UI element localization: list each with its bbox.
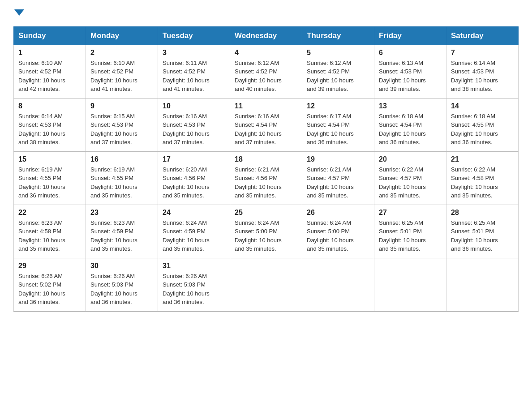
day-info: Sunrise: 6:22 AMSunset: 4:58 PMDaylight:… (451, 165, 514, 200)
calendar-cell: 20 Sunrise: 6:22 AMSunset: 4:57 PMDaylig… (374, 151, 446, 205)
day-number: 16 (90, 155, 153, 163)
calendar-cell: 12 Sunrise: 6:17 AMSunset: 4:54 PMDaylig… (302, 98, 374, 151)
calendar-cell: 8 Sunrise: 6:14 AMSunset: 4:53 PMDayligh… (14, 98, 86, 151)
calendar-cell: 7 Sunrise: 6:14 AMSunset: 4:53 PMDayligh… (446, 45, 519, 98)
day-number: 25 (235, 209, 297, 217)
day-number: 23 (90, 209, 153, 217)
calendar-cell: 31 Sunrise: 6:26 AMSunset: 5:03 PMDaylig… (158, 258, 230, 311)
day-number: 30 (90, 262, 153, 270)
calendar-cell: 26 Sunrise: 6:24 AMSunset: 5:00 PMDaylig… (302, 205, 374, 258)
day-number: 14 (451, 102, 514, 110)
day-info: Sunrise: 6:13 AMSunset: 4:53 PMDaylight:… (379, 59, 442, 94)
day-info: Sunrise: 6:14 AMSunset: 4:53 PMDaylight:… (451, 59, 514, 94)
calendar-cell (302, 258, 374, 311)
day-info: Sunrise: 6:19 AMSunset: 4:55 PMDaylight:… (18, 165, 81, 200)
day-number: 21 (451, 155, 514, 163)
weekday-header-sunday: Sunday (14, 26, 86, 45)
logo (13, 9, 24, 17)
day-number: 17 (163, 155, 225, 163)
calendar-cell: 23 Sunrise: 6:23 AMSunset: 4:59 PMDaylig… (86, 205, 158, 258)
calendar-cell: 5 Sunrise: 6:12 AMSunset: 4:52 PMDayligh… (302, 45, 374, 98)
calendar-week-3: 15 Sunrise: 6:19 AMSunset: 4:55 PMDaylig… (14, 151, 519, 205)
day-info: Sunrise: 6:24 AMSunset: 5:00 PMDaylight:… (235, 218, 297, 253)
calendar-cell: 3 Sunrise: 6:11 AMSunset: 4:52 PMDayligh… (158, 45, 230, 98)
weekday-header-row: SundayMondayTuesdayWednesdayThursdayFrid… (14, 26, 519, 45)
day-info: Sunrise: 6:12 AMSunset: 4:52 PMDaylight:… (307, 59, 369, 94)
day-info: Sunrise: 6:23 AMSunset: 4:59 PMDaylight:… (90, 218, 153, 253)
calendar-week-1: 1 Sunrise: 6:10 AMSunset: 4:52 PMDayligh… (14, 45, 519, 98)
day-number: 15 (18, 155, 81, 163)
day-number: 24 (163, 209, 225, 217)
day-number: 13 (379, 102, 442, 110)
day-info: Sunrise: 6:24 AMSunset: 5:00 PMDaylight:… (307, 218, 369, 253)
day-info: Sunrise: 6:26 AMSunset: 5:03 PMDaylight:… (163, 272, 225, 307)
day-info: Sunrise: 6:12 AMSunset: 4:52 PMDaylight:… (235, 59, 297, 94)
calendar-cell: 11 Sunrise: 6:16 AMSunset: 4:54 PMDaylig… (230, 98, 302, 151)
day-number: 9 (90, 102, 153, 110)
calendar-cell: 29 Sunrise: 6:26 AMSunset: 5:02 PMDaylig… (14, 258, 86, 311)
weekday-header-saturday: Saturday (446, 26, 519, 45)
day-info: Sunrise: 6:17 AMSunset: 4:54 PMDaylight:… (307, 112, 369, 147)
day-info: Sunrise: 6:10 AMSunset: 4:52 PMDaylight:… (18, 59, 81, 94)
calendar-cell: 28 Sunrise: 6:25 AMSunset: 5:01 PMDaylig… (446, 205, 519, 258)
day-number: 8 (18, 102, 81, 110)
day-number: 7 (451, 49, 514, 57)
calendar-table: SundayMondayTuesdayWednesdayThursdayFrid… (13, 26, 519, 312)
day-info: Sunrise: 6:16 AMSunset: 4:53 PMDaylight:… (163, 112, 225, 147)
day-info: Sunrise: 6:10 AMSunset: 4:52 PMDaylight:… (90, 59, 153, 94)
calendar-cell: 1 Sunrise: 6:10 AMSunset: 4:52 PMDayligh… (14, 45, 86, 98)
day-info: Sunrise: 6:19 AMSunset: 4:55 PMDaylight:… (90, 165, 153, 200)
weekday-header-friday: Friday (374, 26, 446, 45)
day-info: Sunrise: 6:26 AMSunset: 5:02 PMDaylight:… (18, 272, 81, 307)
calendar-cell: 18 Sunrise: 6:21 AMSunset: 4:56 PMDaylig… (230, 151, 302, 205)
calendar-cell: 4 Sunrise: 6:12 AMSunset: 4:52 PMDayligh… (230, 45, 302, 98)
day-number: 3 (163, 49, 225, 57)
day-number: 1 (18, 49, 81, 57)
day-number: 11 (235, 102, 297, 110)
weekday-header-wednesday: Wednesday (230, 26, 302, 45)
weekday-header-thursday: Thursday (302, 26, 374, 45)
day-info: Sunrise: 6:25 AMSunset: 5:01 PMDaylight:… (379, 218, 442, 253)
calendar-cell: 17 Sunrise: 6:20 AMSunset: 4:56 PMDaylig… (158, 151, 230, 205)
day-info: Sunrise: 6:11 AMSunset: 4:52 PMDaylight:… (163, 59, 225, 94)
calendar-cell: 24 Sunrise: 6:24 AMSunset: 4:59 PMDaylig… (158, 205, 230, 258)
calendar-cell: 27 Sunrise: 6:25 AMSunset: 5:01 PMDaylig… (374, 205, 446, 258)
page-header (13, 9, 519, 17)
day-info: Sunrise: 6:21 AMSunset: 4:57 PMDaylight:… (307, 165, 369, 200)
day-info: Sunrise: 6:20 AMSunset: 4:56 PMDaylight:… (163, 165, 225, 200)
day-number: 10 (163, 102, 225, 110)
calendar-cell (374, 258, 446, 311)
calendar-cell: 25 Sunrise: 6:24 AMSunset: 5:00 PMDaylig… (230, 205, 302, 258)
day-info: Sunrise: 6:16 AMSunset: 4:54 PMDaylight:… (235, 112, 297, 147)
day-number: 12 (307, 102, 369, 110)
day-number: 4 (235, 49, 297, 57)
calendar-cell: 16 Sunrise: 6:19 AMSunset: 4:55 PMDaylig… (86, 151, 158, 205)
day-info: Sunrise: 6:23 AMSunset: 4:58 PMDaylight:… (18, 218, 81, 253)
calendar-week-5: 29 Sunrise: 6:26 AMSunset: 5:02 PMDaylig… (14, 258, 519, 311)
calendar-cell: 19 Sunrise: 6:21 AMSunset: 4:57 PMDaylig… (302, 151, 374, 205)
day-info: Sunrise: 6:18 AMSunset: 4:55 PMDaylight:… (451, 112, 514, 147)
day-number: 18 (235, 155, 297, 163)
day-info: Sunrise: 6:18 AMSunset: 4:54 PMDaylight:… (379, 112, 442, 147)
calendar-cell: 30 Sunrise: 6:26 AMSunset: 5:03 PMDaylig… (86, 258, 158, 311)
calendar-cell: 13 Sunrise: 6:18 AMSunset: 4:54 PMDaylig… (374, 98, 446, 151)
day-number: 19 (307, 155, 369, 163)
day-number: 31 (163, 262, 225, 270)
calendar-cell: 2 Sunrise: 6:10 AMSunset: 4:52 PMDayligh… (86, 45, 158, 98)
weekday-header-tuesday: Tuesday (158, 26, 230, 45)
day-info: Sunrise: 6:15 AMSunset: 4:53 PMDaylight:… (90, 112, 153, 147)
calendar-cell: 9 Sunrise: 6:15 AMSunset: 4:53 PMDayligh… (86, 98, 158, 151)
day-number: 2 (90, 49, 153, 57)
day-number: 6 (379, 49, 442, 57)
calendar-cell (446, 258, 519, 311)
day-number: 29 (18, 262, 81, 270)
day-number: 26 (307, 209, 369, 217)
day-number: 28 (451, 209, 514, 217)
calendar-cell: 6 Sunrise: 6:13 AMSunset: 4:53 PMDayligh… (374, 45, 446, 98)
day-info: Sunrise: 6:26 AMSunset: 5:03 PMDaylight:… (90, 272, 153, 307)
weekday-header-monday: Monday (86, 26, 158, 45)
logo-arrow-icon (14, 9, 24, 17)
day-info: Sunrise: 6:25 AMSunset: 5:01 PMDaylight:… (451, 218, 514, 253)
calendar-cell: 22 Sunrise: 6:23 AMSunset: 4:58 PMDaylig… (14, 205, 86, 258)
calendar-cell: 15 Sunrise: 6:19 AMSunset: 4:55 PMDaylig… (14, 151, 86, 205)
